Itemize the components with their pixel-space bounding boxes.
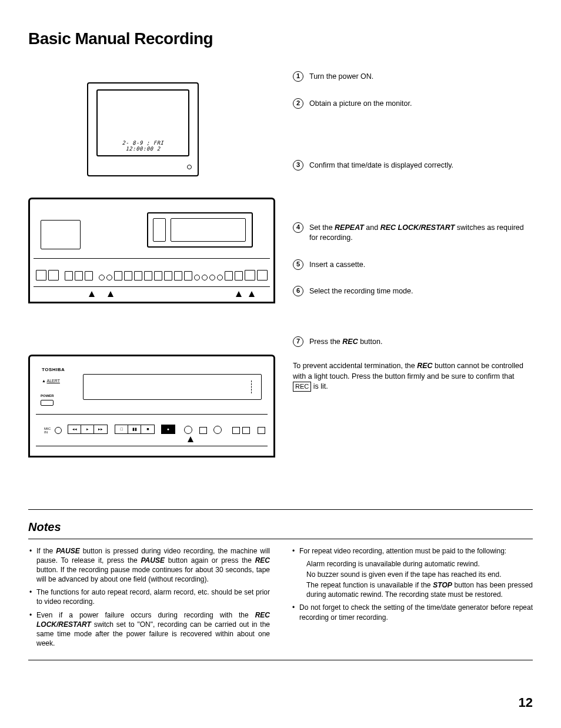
mic-in-label: MIC IN <box>44 427 51 434</box>
power-label: POWER <box>41 394 54 398</box>
step-text: Select the recording time mode. <box>309 286 533 297</box>
rec-warning-text: To prevent accidental termination, the R… <box>293 361 533 392</box>
step-text: Turn the power ON. <box>309 72 533 82</box>
notes-heading: Notes <box>28 520 533 534</box>
arrow-indicator-icon <box>188 436 193 442</box>
step-7: 7 Press the REC button. <box>293 337 533 348</box>
note-item: For repeat video recording, attention mu… <box>291 546 533 556</box>
step-text: Obtain a picture on the monitor. <box>309 99 533 109</box>
notes-left-column: If the PAUSE button is pressed during vi… <box>28 546 270 652</box>
arrow-indicator-icon <box>108 291 113 297</box>
power-button-icon <box>41 400 54 406</box>
step-text: Set the REPEAT and REC LOCK/RESTART swit… <box>309 223 533 243</box>
monitor-time-line: 12:00:00 2 <box>125 146 160 152</box>
notes-right-column: For repeat video recording, attention mu… <box>291 546 533 652</box>
transport-buttons: ◂◂▸▸▸ <box>68 425 108 434</box>
arrow-indicator-icon <box>89 291 95 297</box>
vcr-front-illustration: TOSHIBA ▲ ALERT POWER MIC IN ◂◂▸▸▸ □▮▮■ … <box>28 355 275 457</box>
step-number-icon: 1 <box>293 71 303 82</box>
knob-icon <box>184 426 192 434</box>
knob-icon <box>213 426 222 434</box>
step-text: Confirm that time/date is displayed corr… <box>309 161 533 171</box>
step-number-icon: 2 <box>293 98 303 109</box>
step-6: 6 Select the recording time mode. <box>293 286 533 297</box>
note-sub-item: The repeat function is unavailable if th… <box>291 580 533 599</box>
step-number-icon: 5 <box>293 259 303 270</box>
step-number-icon: 6 <box>293 286 303 296</box>
note-item: If the PAUSE button is pressed during vi… <box>28 546 270 585</box>
upper-content-row: 2- 8-9 ; FRI 12:00:00 2 <box>28 72 533 313</box>
arrow-indicator-icon <box>236 291 242 297</box>
lower-content-row: TOSHIBA ▲ ALERT POWER MIC IN ◂◂▸▸▸ □▮▮■ … <box>28 337 533 457</box>
step-number-icon: 3 <box>293 160 303 171</box>
monitor-illustration: 2- 8-9 ; FRI 12:00:00 2 <box>87 82 199 176</box>
note-sub-item: No buzzer sound is given even if the tap… <box>291 570 533 579</box>
divider <box>28 660 533 660</box>
brand-label: TOSHIBA <box>42 367 65 372</box>
step-text: Insert a cassette. <box>309 260 533 271</box>
step-1: 1 Turn the power ON. <box>293 72 533 82</box>
note-item: The functions for auto repeat record, al… <box>28 587 270 606</box>
step-3: 3 Confirm that time/date is displayed co… <box>293 161 533 171</box>
step-number-icon: 4 <box>293 222 303 233</box>
note-item: Do not forget to check the setting of th… <box>291 603 533 622</box>
step-4: 4 Set the REPEAT and REC LOCK/RESTART sw… <box>293 223 533 243</box>
note-sub-item: Alarm recording is unavailable during au… <box>291 559 533 569</box>
mic-jack-icon <box>55 427 62 434</box>
note-item: Even if a power failure occurs during re… <box>28 610 270 649</box>
page-title: Basic Manual Recording <box>28 29 533 48</box>
step-2: 2 Obtain a picture on the monitor. <box>293 99 533 109</box>
step-text: Press the REC button. <box>309 337 533 348</box>
vcr-rear-illustration <box>28 198 275 303</box>
monitor-date-line: 2- 8-9 ; FRI <box>122 140 163 146</box>
divider <box>28 539 533 539</box>
rec-button-icon: ● <box>162 425 175 433</box>
arrow-indicator-icon <box>249 291 255 297</box>
alert-label: ▲ ALERT <box>42 379 60 383</box>
page-number: 12 <box>519 695 533 710</box>
step-number-icon: 7 <box>293 336 303 347</box>
step-5: 5 Insert a cassette. <box>293 260 533 271</box>
divider <box>28 509 533 510</box>
notes-columns: If the PAUSE button is pressed during vi… <box>28 546 533 652</box>
